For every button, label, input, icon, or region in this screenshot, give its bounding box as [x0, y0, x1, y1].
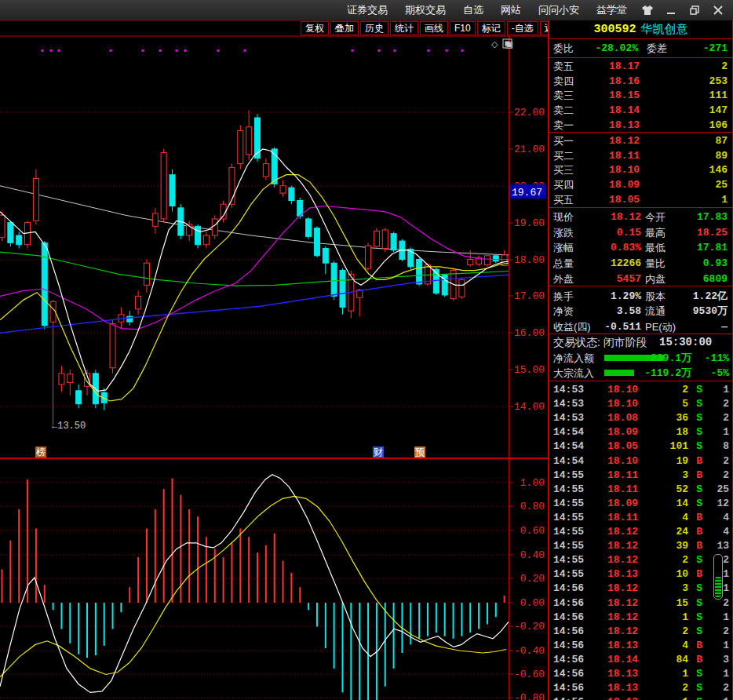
event-badge-0[interactable]: 榜 [35, 447, 46, 458]
tick-side: S [696, 410, 702, 425]
detail-row: 涨跌0.15最高18.25 [549, 225, 732, 240]
money-flow-row: 净流入额-239.1万-11% [549, 351, 732, 366]
tick-price: 18.13 [607, 638, 638, 653]
candle-down [195, 226, 201, 244]
tick-volume: 3 [682, 468, 688, 483]
tick-price: 18.12 [607, 524, 638, 539]
tick-count: 2 [723, 552, 729, 567]
kline-chart[interactable]: 22.0021.0020.0019.0018.0017.0016.0015.00… [0, 0, 549, 700]
level-volume: 146 [709, 162, 728, 177]
tick-row: 14:5618.122S2 [549, 624, 732, 639]
quote-panel: 300592 华凯创意 委比 -28.02% 委差 -271 卖五18.172卖… [549, 20, 733, 700]
tick-row: 14:5618.131S1 [549, 666, 732, 681]
menu-item-5[interactable]: 益学堂 [596, 3, 627, 17]
detail-value: 9530万 [693, 304, 728, 319]
tick-time: 14:55 [553, 552, 584, 567]
level-price: 18.14 [609, 103, 640, 118]
close-button[interactable] [708, 3, 728, 17]
tick-row: 14:5518.114B4 [549, 510, 732, 525]
tick-time: 14:53 [553, 382, 584, 397]
tick-volume: 2 [682, 552, 688, 567]
tick-volume: 10 [676, 567, 688, 582]
candle-up [382, 230, 388, 248]
candle-up [238, 130, 243, 163]
trade-status-row: 交易状态: 闭市阶段 15:30:00 [549, 335, 732, 350]
bid-row: 买二18.1189 [549, 148, 732, 163]
level-volume: 106 [709, 118, 728, 133]
detail-row: 换手1.29%股本1.22亿 [549, 289, 732, 304]
skin-icon[interactable] [637, 3, 658, 17]
bid-row: 买四18.0925 [549, 177, 732, 192]
candle-down [340, 271, 345, 308]
tick-volume: 1 [682, 695, 688, 700]
tick-time: 14:55 [553, 567, 584, 582]
macd-axis-label: 1.00 [520, 477, 545, 489]
candle-down [314, 228, 319, 256]
tick-count: 2 [723, 680, 729, 695]
level-price: 18.17 [609, 59, 640, 74]
tick-side: S [696, 680, 702, 695]
tick-row: 14:5418.05101S8 [549, 439, 732, 454]
candle-up [212, 219, 217, 235]
level-volume: 1 [721, 192, 728, 207]
level-volume: 147 [709, 103, 728, 118]
signal-dot-icon [428, 49, 430, 52]
signal-dot-icon [461, 49, 464, 52]
tick-time: 14:56 [553, 695, 584, 700]
macd-axis-label: -0.20 [514, 621, 545, 633]
event-badge-1[interactable]: 财 [373, 447, 384, 458]
tick-time: 14:55 [553, 510, 584, 525]
candle-down [331, 263, 337, 296]
detail-label: 换手 [553, 289, 574, 304]
tick-price: 18.12 [607, 610, 638, 625]
signal-dot-icon [58, 49, 60, 52]
bid-row: 买一18.1287 [549, 133, 732, 148]
flow-pct: -11% [705, 351, 729, 366]
tick-count: 12 [717, 496, 729, 511]
tick-row: 14:5618.1215S2 [549, 596, 732, 611]
candle-up [161, 153, 166, 219]
tick-side: S [696, 439, 702, 454]
trading-app-window: 证券交易期权交易自选网站问问小安益学堂 复权叠加历史统计画线F10标记-自选返回… [0, 0, 733, 700]
tick-side: S [696, 425, 702, 439]
minimize-button[interactable] [661, 3, 681, 17]
ask-row: 卖三18.15111 [549, 88, 732, 103]
chart-corner-icons[interactable]: ◇ ▣ [491, 39, 516, 49]
flow-pct: -5% [711, 366, 729, 381]
level-volume: 111 [709, 88, 728, 103]
restore-button[interactable] [684, 3, 705, 17]
ask-row: 卖一18.13106 [549, 118, 732, 133]
tick-side: B [696, 524, 702, 539]
tick-row: 14:5518.0914S12 [549, 496, 732, 511]
tick-row: 14:5618.121S1 [549, 610, 732, 625]
tick-count: 1 [723, 666, 729, 681]
detail-value: 18.12 [611, 210, 641, 224]
price-axis-label: 18.00 [514, 254, 545, 266]
flow-label: 净流入额 [553, 351, 594, 366]
level-label: 卖四 [553, 74, 574, 89]
tick-time: 14:55 [553, 482, 584, 497]
scrollbar-thumb[interactable] [715, 577, 721, 597]
level-price: 18.11 [609, 148, 640, 163]
candle-down [417, 260, 422, 284]
level-price: 18.10 [609, 162, 640, 177]
macd-axis-label: 0.00 [520, 597, 545, 609]
price-axis-label: 16.00 [514, 327, 545, 339]
tick-price: 18.11 [607, 468, 638, 483]
ma-line [0, 206, 509, 330]
tick-side: B [696, 454, 702, 468]
signal-dot-icon [352, 49, 354, 52]
detail-label: 量比 [645, 256, 666, 271]
detail-row: 总量12266量比0.93 [549, 256, 732, 271]
stock-title[interactable]: 300592 华凯创意 [549, 20, 732, 39]
tick-count: 1 [723, 638, 729, 653]
signal-dot-icon [394, 49, 396, 52]
event-badge-2[interactable]: 预 [414, 447, 425, 458]
detail-row: 收益(四)-0.511PE(动)— [549, 319, 732, 334]
tick-side: B [696, 510, 702, 525]
candle-up [136, 296, 141, 308]
trade-status-time: 15:30:00 [659, 335, 712, 350]
tick-count: 2 [723, 596, 729, 611]
scrollbar[interactable] [713, 554, 723, 600]
tick-row: 14:5518.1310B1 [549, 567, 732, 582]
